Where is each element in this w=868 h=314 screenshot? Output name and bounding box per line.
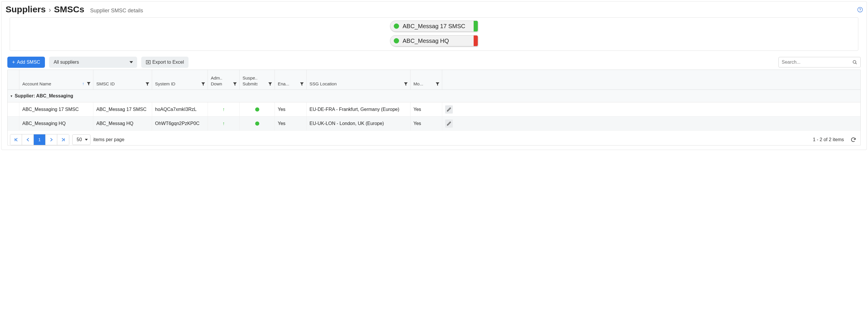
- cell-smsc-id: ABC_Messag HQ: [93, 117, 152, 130]
- cell-account-name: ABC_Messaging 17 SMSC: [20, 102, 93, 116]
- filter-icon[interactable]: [201, 82, 205, 86]
- cell-ssg: EU-DE-FRA - Frankfurt, Germany (Europe): [307, 102, 410, 116]
- col-label: SSG Location: [310, 81, 337, 87]
- pager-page-size-value: 50: [76, 137, 82, 142]
- group-row[interactable]: ▼ Supplier: ABC_Messaging: [8, 90, 860, 102]
- col-label: Suspe... Submits: [243, 75, 257, 87]
- help-icon[interactable]: [857, 7, 863, 12]
- pager-page-size-select[interactable]: 50: [72, 134, 90, 145]
- col-header-cor[interactable]: Cor: [442, 70, 456, 90]
- row-expander: [8, 102, 20, 116]
- filter-icon[interactable]: [145, 82, 150, 86]
- toolbar: + Add SMSC All suppliers Export to Excel: [6, 55, 862, 69]
- cell-edit: [442, 102, 456, 116]
- search-input-wrap: [778, 57, 861, 67]
- pager-last-button[interactable]: [57, 134, 69, 145]
- table-row[interactable]: ABC_Messaging 17 SMSC ABC_Messag 17 SMSC…: [8, 102, 860, 117]
- caret-down-icon: [129, 60, 133, 64]
- data-grid: Account Name ↑ SMSC ID System ID: [7, 69, 861, 146]
- search-input[interactable]: [782, 60, 852, 65]
- group-label: Supplier: ABC_Messaging: [15, 93, 73, 99]
- pager-next-button[interactable]: [45, 134, 57, 145]
- status-bar-icon: [474, 21, 478, 31]
- export-excel-button[interactable]: Export to Excel: [141, 57, 189, 68]
- col-header-enabled[interactable]: Ena...: [275, 70, 307, 90]
- pager-range-label: 1 - 2 of 2 items: [813, 137, 844, 142]
- add-smsc-button[interactable]: + Add SMSC: [7, 57, 45, 68]
- cell-adm-down: ↑: [208, 102, 240, 116]
- cell-mo: Yes: [410, 102, 442, 116]
- pager-prev-button[interactable]: [22, 134, 34, 145]
- filter-icon[interactable]: [300, 82, 304, 86]
- status-bar-icon: [474, 35, 478, 46]
- cell-account-name: ABC_Messaging HQ: [20, 117, 93, 130]
- grid-header: Account Name ↑ SMSC ID System ID: [8, 70, 860, 90]
- collapse-icon: ▼: [10, 94, 13, 98]
- status-dot-icon: [394, 38, 399, 43]
- pager-page-current[interactable]: 1: [34, 134, 45, 145]
- page-container: Suppliers › SMSCs Supplier SMSC details …: [1, 1, 867, 150]
- col-header-expander: [8, 70, 20, 90]
- up-arrow-icon: ↑: [223, 107, 225, 112]
- col-label: Ena...: [278, 81, 289, 87]
- edit-button[interactable]: [445, 105, 453, 114]
- col-header-adm-down[interactable]: Adm... Down: [208, 70, 240, 90]
- filter-icon[interactable]: [268, 82, 272, 86]
- cell-enabled: Yes: [275, 117, 307, 130]
- pager-buttons: 1: [10, 134, 69, 145]
- col-header-system-id[interactable]: System ID: [152, 70, 208, 90]
- refresh-button[interactable]: [848, 135, 858, 145]
- cell-edit: [442, 117, 456, 130]
- breadcrumb: Suppliers › SMSCs Supplier SMSC details: [6, 4, 862, 17]
- col-header-smsc-id[interactable]: SMSC ID: [93, 70, 152, 90]
- filter-icon[interactable]: [404, 82, 408, 86]
- supplier-filter-value: All suppliers: [54, 60, 79, 65]
- breadcrumb-suppliers[interactable]: Suppliers: [6, 4, 46, 14]
- breadcrumb-smscs: SMSCs: [54, 4, 84, 14]
- status-pill-label: ABC_Messag HQ: [403, 37, 474, 44]
- col-label: System ID: [155, 81, 175, 87]
- pager-first-button[interactable]: [10, 134, 22, 145]
- pager-per-page-label: items per page: [93, 137, 124, 142]
- status-panel: ABC_Messag 17 SMSC ABC_Messag HQ: [10, 17, 858, 51]
- col-header-suspend-submits[interactable]: Suspe... Submits: [240, 70, 275, 90]
- cell-suspend: [240, 117, 275, 130]
- filter-icon[interactable]: [435, 82, 440, 86]
- filter-icon[interactable]: [233, 82, 237, 86]
- cell-ssg: EU-UK-LON - London, UK (Europe): [307, 117, 410, 130]
- export-label: Export to Excel: [152, 60, 184, 65]
- filter-icon[interactable]: [87, 82, 91, 86]
- table-row[interactable]: ABC_Messaging HQ ABC_Messag HQ OhWT6gqn2…: [8, 117, 860, 131]
- col-label: Mo...: [413, 81, 423, 87]
- cell-smsc-id: ABC_Messag 17 SMSC: [93, 102, 152, 116]
- col-header-mo[interactable]: Mo...: [410, 70, 442, 90]
- add-smsc-label: Add SMSC: [17, 60, 40, 65]
- edit-button[interactable]: [445, 120, 453, 128]
- sort-asc-icon[interactable]: ↑: [82, 81, 84, 86]
- up-arrow-icon: ↑: [223, 121, 225, 126]
- excel-icon: [146, 60, 151, 65]
- page-subtitle: Supplier SMSC details: [90, 8, 143, 14]
- col-header-ssg-location[interactable]: SSG Location: [307, 70, 410, 90]
- svg-point-1: [860, 11, 860, 11]
- caret-down-icon: [85, 138, 88, 141]
- status-dot-icon: [255, 107, 259, 112]
- col-label: SMSC ID: [96, 81, 115, 87]
- cell-adm-down: ↑: [208, 117, 240, 130]
- col-label: Account Name: [22, 81, 51, 87]
- col-label: Adm... Down: [211, 75, 222, 87]
- cell-enabled: Yes: [275, 102, 307, 116]
- cell-system-id: hoAQCa7xmkI3RzL: [152, 102, 208, 116]
- supplier-filter-select[interactable]: All suppliers: [49, 57, 137, 68]
- cell-system-id: OhWT6gqn2PzKP0C: [152, 117, 208, 130]
- pager: 1 50 items per page 1 - 2 of 2 items: [8, 131, 860, 145]
- cell-suspend: [240, 102, 275, 116]
- cell-mo: Yes: [410, 117, 442, 130]
- status-pill[interactable]: ABC_Messag 17 SMSC: [390, 21, 478, 32]
- status-pill[interactable]: ABC_Messag HQ: [390, 35, 478, 46]
- col-header-account-name[interactable]: Account Name ↑: [20, 70, 93, 90]
- status-dot-icon: [255, 122, 259, 126]
- status-dot-icon: [394, 24, 399, 29]
- plus-icon: +: [12, 60, 15, 65]
- search-icon[interactable]: [852, 60, 858, 65]
